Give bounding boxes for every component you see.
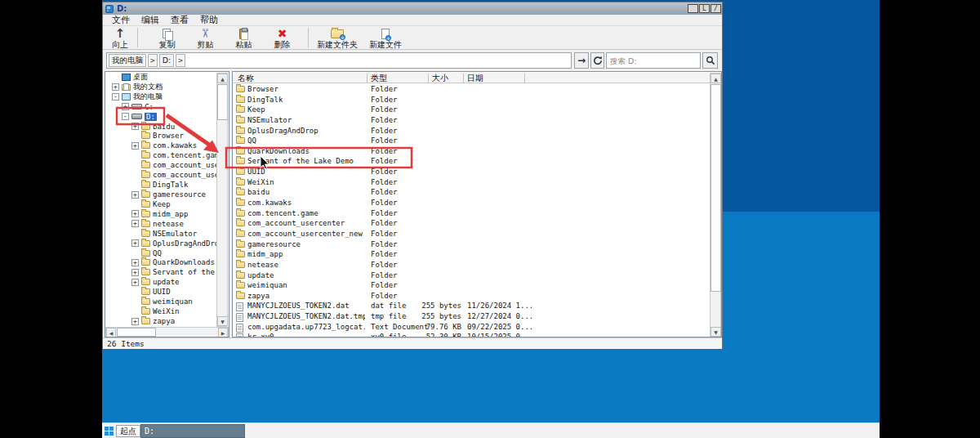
collapse-icon[interactable]: - — [112, 93, 119, 101]
expand-icon[interactable]: + — [131, 279, 139, 286]
file-row[interactable]: midm_appFolder — [233, 249, 710, 260]
tree-item[interactable]: -我的电脑 — [105, 92, 216, 102]
tree-vscroll-thumb[interactable] — [217, 84, 228, 120]
tree-item[interactable]: +OplusDragAndDrop — [105, 239, 216, 248]
file-row[interactable]: MANYCJLZOEUS_TOKEN2.datdat file255 bytes… — [233, 301, 710, 311]
breadcrumb-drive-d[interactable]: D: — [159, 54, 175, 67]
expand-icon[interactable]: + — [112, 83, 119, 91]
column-separator[interactable] — [428, 74, 429, 83]
breadcrumb-my-computer[interactable]: 我的电脑 — [109, 54, 146, 67]
expand-icon[interactable]: + — [131, 239, 139, 247]
paste-button[interactable]: 粘贴 — [225, 26, 263, 49]
up-button[interactable]: ↑ 向上 — [103, 26, 137, 49]
tree-item[interactable]: +Browser — [105, 132, 216, 141]
file-row[interactable]: gameresourceFolder — [233, 239, 710, 250]
copy-button[interactable]: 复制 — [148, 26, 186, 49]
collapse-icon[interactable]: - — [122, 113, 129, 120]
refresh-button[interactable] — [590, 52, 604, 69]
file-row[interactable]: QQFolder — [233, 136, 710, 146]
go-button[interactable]: → — [574, 52, 589, 69]
menu-file[interactable]: 文件 — [109, 15, 132, 26]
list-vscroll-thumb[interactable] — [710, 84, 721, 292]
tree-horizontal-scrollbar[interactable]: ◀ ▶ — [105, 327, 229, 337]
file-row[interactable]: QuarkDownloadsFolder — [233, 146, 710, 157]
tree-hscroll-thumb[interactable] — [117, 328, 156, 337]
tree-item[interactable]: +Servant of the Lake Demo — [105, 267, 216, 277]
file-row[interactable]: updateFolder — [233, 270, 710, 281]
window-control-restore[interactable]: L — [699, 4, 710, 13]
file-row[interactable]: UUIDFolder — [233, 167, 710, 177]
cut-button[interactable]: ✂ 剪贴 — [186, 26, 225, 49]
file-row[interactable]: zapyaFolder — [233, 291, 710, 302]
file-row[interactable]: com_account_usercenter_newFolder — [233, 229, 710, 239]
tree-item[interactable]: +桌面 — [105, 73, 216, 83]
tree-item[interactable]: +com.kawaks — [105, 141, 216, 150]
search-input[interactable] — [606, 52, 701, 69]
scroll-right-icon[interactable]: ▶ — [218, 328, 228, 337]
titlebar[interactable]: D: L / — [103, 2, 722, 15]
expand-icon[interactable]: + — [122, 103, 129, 110]
tree-item[interactable]: +midm_app — [105, 209, 216, 219]
tree-item[interactable]: +QQ — [105, 248, 216, 258]
file-row[interactable]: KeepFolder — [233, 105, 710, 115]
start-button[interactable]: 起点 — [116, 425, 140, 437]
window-control-blank[interactable] — [688, 4, 698, 13]
breadcrumb-chevron-icon[interactable]: > — [176, 54, 185, 67]
file-row[interactable]: WeiXinFolder — [233, 177, 710, 188]
list-vertical-scrollbar[interactable]: ▲ ▼ — [710, 73, 721, 337]
file-row[interactable]: neteaseFolder — [233, 260, 710, 270]
menu-edit[interactable]: 编辑 — [139, 15, 162, 26]
expand-icon[interactable]: + — [131, 220, 139, 227]
tree-item[interactable]: +我的文档 — [105, 83, 216, 92]
column-header-date[interactable]: 日期 — [467, 73, 483, 83]
file-row[interactable]: weimiquanFolder — [233, 280, 710, 291]
file-row[interactable]: com.upgadata.up7723_logcat.txtText Docum… — [233, 322, 710, 333]
column-header-size[interactable]: 大小 — [432, 73, 448, 83]
file-row[interactable]: NSEmulatorFolder — [233, 115, 710, 126]
scroll-left-icon[interactable]: ◀ — [106, 328, 116, 337]
tree-item[interactable]: +zapya — [105, 316, 216, 326]
expand-icon[interactable]: + — [131, 123, 139, 130]
tree-item[interactable]: +Keep — [105, 199, 216, 209]
file-row[interactable]: OplusDragAndDropFolder — [233, 126, 710, 136]
scroll-down-icon[interactable]: ▼ — [217, 316, 228, 326]
file-row[interactable]: DingTalkFolder — [233, 95, 710, 105]
file-row[interactable]: BrowserFolder — [233, 84, 710, 95]
search-button[interactable] — [702, 52, 718, 69]
tree-item[interactable]: -D: — [105, 112, 216, 122]
scroll-down-icon[interactable]: ▼ — [710, 327, 721, 337]
tree-item[interactable]: +WeiXin — [105, 306, 216, 316]
expand-icon[interactable]: + — [131, 269, 139, 276]
file-row[interactable]: com_account_usercenterFolder — [233, 218, 710, 229]
start-icon[interactable] — [105, 427, 114, 436]
tree-item[interactable]: +UUID — [105, 287, 216, 297]
column-header-name[interactable]: 名称 — [238, 73, 254, 83]
expand-icon[interactable]: + — [131, 210, 139, 217]
expand-icon[interactable]: + — [131, 259, 139, 266]
breadcrumb-chevron-icon[interactable]: > — [148, 54, 158, 67]
new-file-button[interactable]: + 新建文件 — [363, 26, 408, 49]
file-row[interactable]: com.kawaksFolder — [233, 198, 710, 208]
expand-icon[interactable]: + — [131, 191, 139, 199]
tree-item[interactable]: +C: — [105, 102, 216, 112]
tree-item[interactable]: +baidu — [105, 122, 216, 132]
tree-item[interactable]: +update — [105, 277, 216, 287]
tree-item[interactable]: +NSEmulator — [105, 229, 216, 239]
expand-icon[interactable]: + — [131, 318, 139, 325]
address-field[interactable]: 我的电脑 > D: > — [106, 52, 572, 69]
scroll-up-icon[interactable]: ▲ — [217, 74, 228, 83]
tree-item[interactable]: +com_account_usercenter — [105, 160, 216, 170]
tree-item[interactable]: +DingTalk — [105, 180, 216, 190]
tree-item[interactable]: +com_account_usercenter_new — [105, 170, 216, 180]
menu-help[interactable]: 帮助 — [198, 15, 220, 26]
file-row[interactable]: kr.xy0xy0 file52.30 KB10/15/2025 0... — [233, 332, 710, 337]
tree-item[interactable]: +com.tencent.game — [105, 150, 216, 160]
column-separator[interactable] — [524, 74, 525, 83]
delete-button[interactable]: ✖ 删除 — [263, 26, 301, 49]
column-separator[interactable] — [463, 74, 464, 83]
taskbar-item-d-drive[interactable]: D: — [140, 424, 245, 438]
window-control-close[interactable]: / — [710, 4, 721, 13]
file-row[interactable]: Servant of the Lake DemoFolder — [233, 156, 710, 167]
scroll-up-icon[interactable]: ▲ — [710, 74, 721, 83]
file-row[interactable]: com.tencent.gameFolder — [233, 208, 710, 219]
